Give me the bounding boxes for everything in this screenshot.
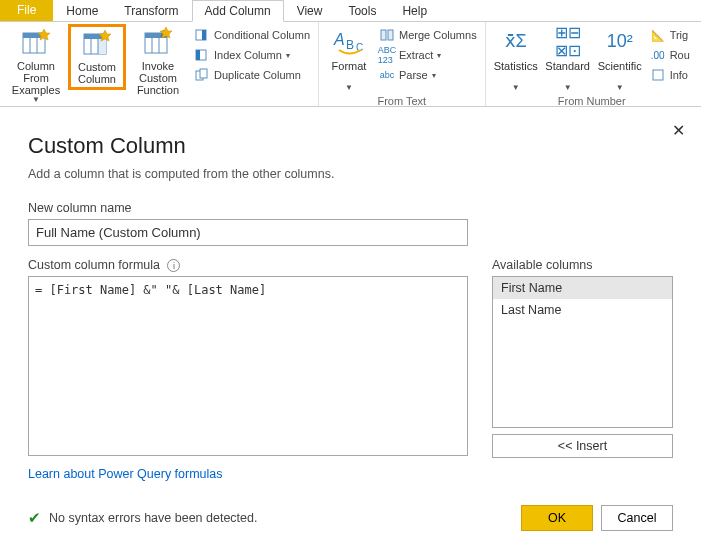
available-column-item[interactable]: First Name	[493, 277, 672, 299]
tab-add-column[interactable]: Add Column	[192, 0, 284, 22]
information-button[interactable]: Info	[648, 66, 692, 84]
cancel-button[interactable]: Cancel	[601, 505, 673, 531]
dialog-subtitle: Add a column that is computed from the o…	[28, 167, 673, 181]
parse-icon: abc	[379, 67, 395, 83]
rounding-button[interactable]: .00 Rou	[648, 46, 692, 64]
ribbon: Column From Examples ▼ Custom Column fx …	[0, 22, 701, 107]
dropdown-icon: ▾	[432, 71, 436, 80]
invoke-custom-function-button[interactable]: fx Invoke Custom Function	[126, 24, 190, 98]
svg-rect-26	[381, 30, 386, 40]
merge-icon	[379, 27, 395, 43]
custom-column-button[interactable]: Custom Column	[68, 24, 126, 90]
ribbon-tabstrip: File Home Transform Add Column View Tool…	[0, 0, 701, 22]
index-column-button[interactable]: Index Column ▾	[192, 46, 312, 64]
ribbon-group-from-text: ABC Format▼ Merge Columns ABC123 Extract…	[319, 22, 486, 106]
format-button[interactable]: ABC Format▼	[323, 24, 375, 95]
check-icon: ✔	[28, 509, 41, 527]
dropdown-icon: ▼	[32, 96, 40, 105]
new-column-name-input[interactable]	[28, 219, 468, 246]
column-from-examples-label: Column From Examples	[6, 60, 66, 96]
dropdown-icon: ▼	[512, 84, 520, 93]
svg-rect-7	[98, 39, 106, 54]
new-column-name-label: New column name	[28, 201, 673, 215]
extract-button[interactable]: ABC123 Extract ▾	[377, 46, 479, 64]
sigma-icon: x̄Σ	[500, 26, 532, 58]
svg-text:B: B	[346, 38, 354, 52]
custom-column-label: Custom Column	[73, 61, 121, 85]
custom-column-dialog: ✕ Custom Column Add a column that is com…	[0, 107, 701, 545]
info-icon	[650, 67, 666, 83]
scientific-button[interactable]: 10² Scientific▼	[594, 24, 646, 95]
tab-transform[interactable]: Transform	[111, 0, 191, 22]
dialog-title: Custom Column	[28, 133, 673, 159]
round-icon: .00	[650, 47, 666, 63]
svg-rect-28	[653, 70, 663, 80]
conditional-column-button[interactable]: Conditional Column	[192, 26, 312, 44]
tab-view[interactable]: View	[284, 0, 336, 22]
svg-rect-20	[196, 50, 200, 60]
merge-columns-button[interactable]: Merge Columns	[377, 26, 479, 44]
table-star-icon	[20, 26, 52, 58]
dropdown-icon: ▾	[437, 51, 441, 60]
calc-icon: ⊞⊟⊠⊡	[552, 26, 584, 58]
duplicate-column-button[interactable]: Duplicate Column	[192, 66, 312, 84]
exponent-icon: 10²	[604, 26, 636, 58]
statistics-button[interactable]: x̄Σ Statistics▼	[490, 24, 542, 95]
tab-file[interactable]: File	[0, 0, 53, 21]
close-button[interactable]: ✕	[672, 121, 685, 140]
group-label-from-text: From Text	[323, 95, 481, 107]
conditional-icon	[194, 27, 210, 43]
tab-tools[interactable]: Tools	[335, 0, 389, 22]
dropdown-icon: ▼	[564, 84, 572, 93]
available-columns-list[interactable]: First Name Last Name	[492, 276, 673, 428]
info-icon[interactable]: i	[167, 259, 180, 272]
svg-text:A: A	[333, 31, 345, 48]
syntax-status: ✔ No syntax errors have been detected.	[28, 509, 513, 527]
format-icon: ABC	[333, 26, 365, 58]
table-fx-icon: fx	[142, 26, 174, 58]
triangle-icon: 📐	[650, 27, 666, 43]
extract-icon: ABC123	[379, 47, 395, 63]
trigonometry-button[interactable]: 📐 Trig	[648, 26, 692, 44]
ribbon-group-from-number: x̄Σ Statistics▼ ⊞⊟⊠⊡ Standard▼ 10² Scien…	[486, 22, 698, 106]
dropdown-icon: ▾	[286, 51, 290, 60]
svg-rect-22	[200, 69, 207, 78]
available-column-item[interactable]: Last Name	[493, 299, 672, 321]
dropdown-icon: ▼	[616, 84, 624, 93]
table-sparkle-icon	[81, 27, 113, 59]
tab-home[interactable]: Home	[53, 0, 111, 22]
available-columns-label: Available columns	[492, 258, 673, 272]
learn-link[interactable]: Learn about Power Query formulas	[28, 467, 223, 481]
formula-input[interactable]	[28, 276, 468, 456]
index-icon	[194, 47, 210, 63]
svg-rect-27	[388, 30, 393, 40]
tab-help[interactable]: Help	[389, 0, 440, 22]
dropdown-icon: ▼	[345, 84, 353, 93]
group-label-from-number: From Number	[490, 95, 694, 107]
ok-button[interactable]: OK	[521, 505, 593, 531]
invoke-custom-function-label: Invoke Custom Function	[128, 60, 188, 96]
svg-rect-18	[202, 30, 206, 40]
standard-button[interactable]: ⊞⊟⊠⊡ Standard▼	[542, 24, 594, 95]
column-from-examples-button[interactable]: Column From Examples ▼	[4, 24, 68, 107]
formula-label: Custom column formula i	[28, 258, 468, 272]
insert-button[interactable]: << Insert	[492, 434, 673, 458]
duplicate-icon	[194, 67, 210, 83]
ribbon-group-general: Column From Examples ▼ Custom Column fx …	[0, 22, 319, 106]
parse-button[interactable]: abc Parse ▾	[377, 66, 479, 84]
